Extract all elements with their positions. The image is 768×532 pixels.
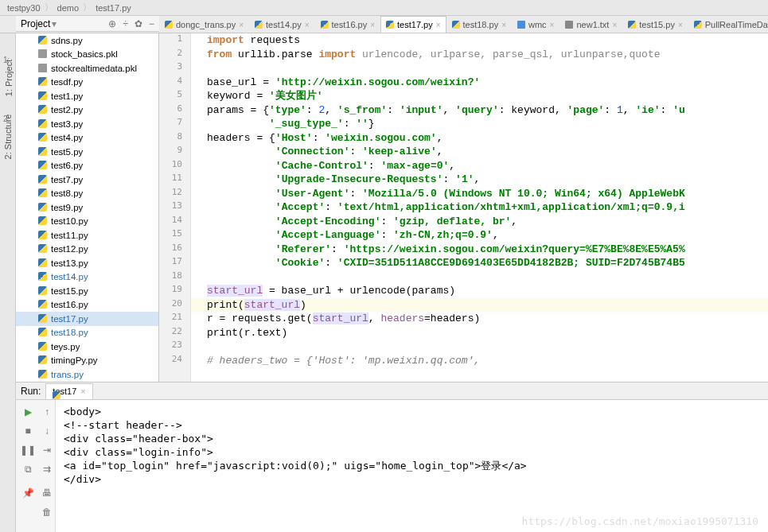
- py-icon: [38, 147, 48, 157]
- tree-item-sdns-py[interactable]: sdns.py: [16, 33, 158, 48]
- collapse-icon[interactable]: ⊕: [108, 18, 116, 29]
- trash-icon[interactable]: 🗑: [38, 503, 56, 521]
- run-toolbar: ▶ ↑ ■ ↓ ❚❚ ⇥ ⧉ ⇉ 📌 🖶 🗑: [16, 400, 56, 532]
- down-icon[interactable]: ↓: [38, 422, 56, 440]
- pin-icon[interactable]: 📌: [19, 484, 37, 502]
- sidebar-structure[interactable]: 2: Structure: [3, 115, 13, 160]
- tab-test18-py[interactable]: test18.py×: [446, 16, 512, 33]
- code-editor[interactable]: import requests from urllib.parse import…: [191, 33, 768, 382]
- close-icon[interactable]: ×: [550, 21, 555, 29]
- tab-PullRealTimeDa[interactable]: PullRealTimeDa×: [688, 16, 768, 33]
- py-icon: [38, 77, 48, 87]
- tab-test15-py[interactable]: test15.py×: [622, 16, 688, 33]
- tree-item-test3-py[interactable]: test3.py: [16, 117, 158, 131]
- close-icon[interactable]: ×: [80, 386, 85, 396]
- close-icon[interactable]: ×: [239, 21, 244, 29]
- project-label[interactable]: Project: [21, 18, 50, 29]
- tab-test17-py[interactable]: test17.py×: [380, 16, 446, 33]
- pkl-icon: [38, 64, 48, 73]
- tree-item-timingPy-py[interactable]: timingPy.py: [16, 354, 158, 368]
- py-icon: [321, 21, 329, 29]
- hide-icon[interactable]: −: [149, 18, 154, 29]
- tree-item-teys-py[interactable]: teys.py: [16, 340, 158, 354]
- tree-item-test15-py[interactable]: test15.py: [16, 284, 158, 298]
- exit-icon[interactable]: ⧉: [19, 460, 37, 478]
- tree-item-test6-py[interactable]: test6.py: [16, 159, 158, 173]
- tree-item-test11-py[interactable]: test11.py: [16, 228, 158, 243]
- py-icon: [38, 286, 48, 296]
- tree-item-test8-py[interactable]: test8.py: [16, 187, 158, 201]
- txt-icon: [565, 21, 573, 29]
- line-number: 9: [177, 145, 182, 155]
- crumb-folder[interactable]: demo: [55, 3, 82, 13]
- wmc-icon: [517, 21, 525, 29]
- chevron-down-icon[interactable]: ▾: [52, 18, 57, 29]
- tree-item-stock_basics-pkl[interactable]: stock_basics.pkl: [16, 48, 158, 62]
- py-icon: [628, 21, 636, 29]
- scroll-icon[interactable]: ⇉: [38, 460, 56, 478]
- tree-item-test14-py[interactable]: test14.py: [16, 270, 158, 285]
- up-icon[interactable]: ↑: [38, 403, 56, 421]
- divide-icon[interactable]: ÷: [123, 18, 128, 29]
- pause-icon[interactable]: ❚❚: [19, 441, 37, 459]
- tree-item-test1-py[interactable]: test1.py: [16, 89, 158, 103]
- tree-item-test13-py[interactable]: test13.py: [16, 256, 158, 270]
- tab-test14-py[interactable]: test14.py×: [249, 16, 314, 33]
- py-icon: [38, 161, 48, 170]
- console-output[interactable]: <body> <!--start header--> <div class="h…: [56, 400, 768, 532]
- tab-wmc[interactable]: wmc×: [512, 16, 559, 33]
- line-number: 16: [172, 243, 182, 253]
- line-number: 21: [172, 312, 182, 322]
- rerun-icon[interactable]: ▶: [19, 403, 37, 421]
- pkl-icon: [38, 49, 48, 59]
- sidebar-project[interactable]: 1: Project: [4, 60, 14, 96]
- line-number: 23: [172, 340, 182, 350]
- py-icon: [38, 216, 48, 226]
- tree-item-test10-py[interactable]: test10.py: [16, 215, 158, 229]
- tree-item-test4-py[interactable]: test4.py: [16, 131, 158, 146]
- close-icon[interactable]: ×: [305, 21, 310, 29]
- close-icon[interactable]: ×: [678, 21, 683, 29]
- crumb-root[interactable]: testpy30: [5, 3, 43, 13]
- run-tab[interactable]: test17 ×: [45, 383, 92, 399]
- gear-icon[interactable]: ✿: [134, 18, 142, 29]
- py-icon: [38, 370, 48, 379]
- project-tree[interactable]: sdns.pystock_basics.pklstockrealtimedata…: [16, 33, 159, 382]
- line-number: 7: [177, 117, 182, 127]
- run-panel: Run: test17 × ▶ ↑ ■ ↓ ❚❚ ⇥ ⧉ ⇉ 📌 🖶 🗑 <bo…: [16, 382, 768, 532]
- tree-item-test17-py[interactable]: test17.py: [16, 312, 158, 326]
- tab-new1-txt[interactable]: new1.txt×: [559, 16, 622, 33]
- line-number: 4: [177, 76, 182, 86]
- tree-item-tesdf-py[interactable]: tesdf.py: [16, 76, 158, 90]
- close-icon[interactable]: ×: [501, 21, 506, 29]
- stop-icon[interactable]: ■: [19, 422, 37, 440]
- py-icon: [38, 188, 48, 198]
- close-icon[interactable]: ×: [612, 21, 617, 29]
- project-toolbar: Project ▾ ⊕ ÷ ✿ −: [16, 16, 159, 32]
- chevron-icon: 〉: [81, 2, 93, 14]
- tab-dongc_trans-py[interactable]: dongc_trans.py×: [159, 16, 249, 33]
- tree-item-test7-py[interactable]: test7.py: [16, 173, 158, 187]
- tab-test16-py[interactable]: test16.py×: [315, 16, 380, 33]
- print-icon[interactable]: 🖶: [38, 484, 56, 502]
- line-number: 15: [172, 228, 182, 239]
- watermark: https://blog.csdn.net/moxiao1995071310: [522, 515, 758, 527]
- tree-item-test18-py[interactable]: test18.py: [16, 326, 158, 340]
- close-icon[interactable]: ×: [436, 21, 441, 29]
- tree-item-test5-py[interactable]: test5.py: [16, 145, 158, 159]
- py-icon: [38, 328, 48, 337]
- run-label: Run:: [21, 386, 41, 397]
- line-number: 13: [172, 200, 182, 211]
- tree-item-test16-py[interactable]: test16.py: [16, 298, 158, 313]
- wrap-icon[interactable]: ⇥: [38, 441, 56, 459]
- py-icon: [694, 21, 702, 29]
- tree-item-stockrealtimedata-pkl[interactable]: stockrealtimedata.pkl: [16, 61, 158, 76]
- py-icon: [38, 91, 48, 101]
- tree-item-test9-py[interactable]: test9.py: [16, 200, 158, 215]
- crumb-file[interactable]: test17.py: [93, 3, 134, 13]
- py-icon: [38, 258, 48, 268]
- close-icon[interactable]: ×: [370, 21, 375, 29]
- tree-item-test2-py[interactable]: test2.py: [16, 103, 158, 118]
- tree-item-test12-py[interactable]: test12.py: [16, 243, 158, 257]
- tree-item-trans-py[interactable]: trans.py: [16, 367, 158, 382]
